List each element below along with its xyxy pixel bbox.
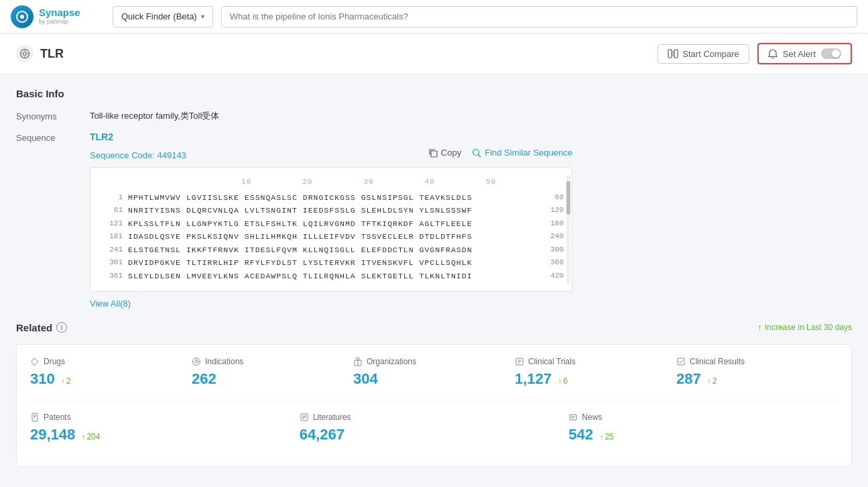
copy-button[interactable]: Copy xyxy=(428,148,461,158)
indications-label-text: Indications xyxy=(205,357,243,366)
set-alert-button[interactable]: Set Alert xyxy=(757,43,852,64)
sequence-code[interactable]: Sequence Code: 449143 xyxy=(90,150,186,160)
svg-rect-34 xyxy=(570,415,576,420)
synonyms-row: Synonyms Toll-like receptor family,类Toll… xyxy=(16,110,852,122)
sequence-box: 10 20 30 40 50 1 MPHTLWMVWV LGVIISLSKE E… xyxy=(90,167,572,292)
table-row: 241 ELSTGETNSL IKKFTFRNVK ITDESLFQVM KLL… xyxy=(99,243,564,257)
trials-increase: ↑ 6 xyxy=(558,376,568,386)
scrollbar-thumb[interactable] xyxy=(566,181,570,215)
results-value: 287 xyxy=(676,370,701,387)
sequence-ruler: 10 20 30 40 50 xyxy=(99,176,564,188)
synonyms-label: Synonyms xyxy=(16,110,90,121)
news-label: News xyxy=(568,413,824,422)
stat-drugs: Drugs 310 ↑ 2 xyxy=(30,357,192,398)
stats-row-2: Patents 29,148 ↑ 204 xyxy=(30,413,838,454)
literatures-value: 64,267 xyxy=(300,426,345,443)
svg-point-12 xyxy=(473,149,479,155)
logo-by: by patsnap xyxy=(39,19,80,25)
news-increase: ↑ 25 xyxy=(600,432,614,441)
alert-toggle[interactable] xyxy=(821,48,841,59)
related-title-text: Related xyxy=(16,322,52,333)
drug-icon xyxy=(30,357,40,366)
logo-inner xyxy=(16,11,28,23)
results-label: Clinical Results xyxy=(676,357,824,366)
table-row: 121 KPLSSLTFLN LLGNPYKTLG ETSLFSHLTK LQI… xyxy=(99,217,564,231)
svg-rect-6 xyxy=(668,50,672,58)
organizations-label-text: Organizations xyxy=(367,357,416,366)
find-similar-label: Find Similar Sequence xyxy=(485,148,572,158)
svg-rect-25 xyxy=(678,358,684,365)
arrow-up-icon: ↑ xyxy=(757,322,762,333)
increase-note: ↑ Increase in Last 30 days xyxy=(757,322,852,333)
indication-icon xyxy=(192,357,201,366)
table-row: 61 NNRITYISNS DLQRCVNLQA LVLTSNGINT IEED… xyxy=(99,204,564,217)
patent-icon xyxy=(30,413,40,422)
table-row: 361 SLEYLDLSEN LMVEEYLKNS ACEDAWPSLQ TLI… xyxy=(99,270,564,283)
page-title-area: TLR xyxy=(16,45,64,62)
stat-clinical-results: Clinical Results 287 ↑ 2 xyxy=(676,357,838,398)
literatures-label-text: Literatures xyxy=(313,413,351,422)
increase-note-text: Increase in Last 30 days xyxy=(765,323,852,332)
trials-value: 1,127 xyxy=(515,370,552,387)
target-icon xyxy=(16,45,34,62)
start-compare-button[interactable]: Start Compare xyxy=(658,44,749,64)
copy-icon xyxy=(428,148,438,158)
table-row: 181 IDASDLQSYE PKSLKSIQNV SHLILHMKQH ILL… xyxy=(99,230,564,243)
sequence-row: Sequence TLR2 Sequence Code: 449143 Copy xyxy=(16,131,852,309)
related-header: Related i ↑ Increase in Last 30 days xyxy=(16,322,852,333)
related-card: Drugs 310 ↑ 2 xyxy=(16,344,852,467)
top-header: Synapse by patsnap Quick Finder (Beta) ▾ xyxy=(0,0,868,34)
svg-line-13 xyxy=(479,154,481,157)
drugs-increase: ↑ 2 xyxy=(61,376,70,386)
patents-value-row: 29,148 ↑ 204 xyxy=(30,426,286,443)
stat-literatures: Literatures 64,267 xyxy=(300,413,569,454)
copy-label: Copy xyxy=(441,148,461,158)
sequence-content: TLR2 Sequence Code: 449143 Copy xyxy=(90,131,852,309)
page-header: TLR Start Compare Set Alert xyxy=(0,34,868,74)
organizations-value: 304 xyxy=(353,370,378,387)
logo-text: Synapse by patsnap xyxy=(39,7,80,25)
organizations-label: Organizations xyxy=(353,357,501,366)
basic-info-section: Basic Info Synonyms Toll-like receptor f… xyxy=(16,88,852,309)
info-icon[interactable]: i xyxy=(56,322,67,333)
page-title: TLR xyxy=(40,47,64,61)
news-icon xyxy=(568,413,578,422)
results-increase: ↑ 2 xyxy=(707,376,717,386)
scrollbar[interactable] xyxy=(566,174,570,284)
stat-patents: Patents 29,148 ↑ 204 xyxy=(30,413,300,454)
search-input[interactable] xyxy=(221,6,857,28)
chevron-down-icon: ▾ xyxy=(201,13,204,20)
drugs-label: Drugs xyxy=(30,357,178,366)
compare-icon xyxy=(668,49,678,58)
news-value-row: 542 ↑ 25 xyxy=(568,426,824,443)
quick-finder-button[interactable]: Quick Finder (Beta) ▾ xyxy=(113,6,213,28)
sequence-link[interactable]: TLR2 xyxy=(90,131,113,142)
svg-point-1 xyxy=(23,52,27,56)
trials-label: Clinical Trials xyxy=(515,357,663,366)
org-icon xyxy=(353,357,363,366)
literatures-label: Literatures xyxy=(300,413,556,422)
news-value: 542 xyxy=(568,426,593,443)
view-all-link[interactable]: View All(8) xyxy=(90,299,131,309)
related-title: Related i xyxy=(16,322,67,333)
results-label-text: Clinical Results xyxy=(690,357,745,366)
patents-value: 29,148 xyxy=(30,426,75,443)
related-section: Related i ↑ Increase in Last 30 days Dru… xyxy=(16,322,852,467)
stat-clinical-trials: Clinical Trials 1,127 ↑ 6 xyxy=(515,357,676,398)
stat-news: News 542 ↑ 25 xyxy=(568,413,838,454)
drugs-value: 310 xyxy=(30,370,55,387)
basic-info-title: Basic Info xyxy=(16,88,852,99)
logo-area: Synapse by patsnap xyxy=(11,5,105,28)
table-row: 301 DRVIDPGKVE TLTIRRLHIP RFYLFYDLST LYS… xyxy=(99,256,564,270)
drugs-label-text: Drugs xyxy=(44,357,65,366)
trial-icon xyxy=(515,357,524,366)
stat-indications: Indications 262 xyxy=(192,357,353,398)
indications-value: 262 xyxy=(192,370,216,387)
main-content: Basic Info Synonyms Toll-like receptor f… xyxy=(0,74,868,480)
svg-rect-26 xyxy=(32,413,38,421)
indications-label: Indications xyxy=(192,357,340,366)
svg-point-15 xyxy=(195,360,198,363)
svg-rect-7 xyxy=(674,50,678,58)
find-similar-button[interactable]: Find Similar Sequence xyxy=(472,148,572,158)
synonyms-value: Toll-like receptor family,类Toll受体 xyxy=(90,110,852,122)
